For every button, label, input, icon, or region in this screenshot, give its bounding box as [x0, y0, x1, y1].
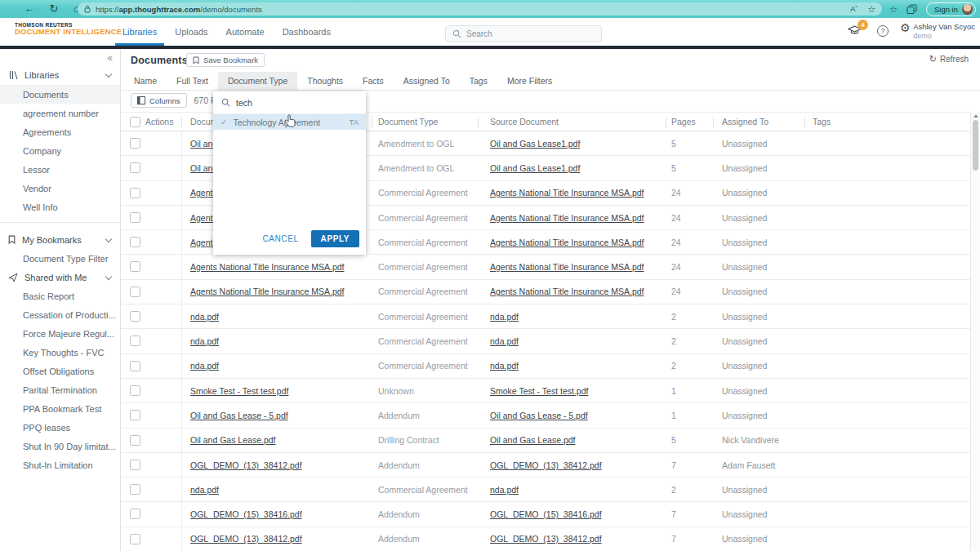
row-checkbox[interactable] — [130, 188, 140, 198]
sidebar-item[interactable]: Document Type Filter — [0, 249, 120, 268]
row-checkbox[interactable] — [130, 287, 140, 297]
filter-tab-full-text[interactable]: Full Text — [167, 72, 218, 90]
sidebar-item[interactable]: Company — [0, 141, 120, 160]
columns-button[interactable]: Columns — [131, 93, 187, 108]
filter-tab-thoughts[interactable]: Thoughts — [297, 72, 353, 90]
scroll-up-icon[interactable] — [973, 114, 978, 118]
document-name-link[interactable]: Agents National Title Insurance MSA.pdf — [190, 287, 345, 296]
row-checkbox[interactable] — [130, 138, 140, 149]
gear-icon[interactable]: ⚙ — [900, 21, 911, 34]
document-name-link[interactable]: Oil and Gas Lease - 5.pdf — [190, 411, 288, 420]
source-document-link[interactable]: nda.pdf — [490, 312, 519, 322]
row-checkbox[interactable] — [130, 335, 140, 346]
sidebar-item[interactable]: Offset Obligations — [0, 362, 120, 380]
document-name-link[interactable]: nda.pdf — [190, 336, 219, 346]
help-icon[interactable]: ? — [877, 25, 889, 37]
row-checkbox[interactable] — [130, 509, 140, 519]
select-all-checkbox[interactable] — [130, 117, 140, 127]
source-document-link[interactable]: Smoke Test - Test test.pdf — [490, 386, 588, 396]
col-header-assigned[interactable]: Assigned To — [722, 117, 768, 127]
sidebar-item[interactable]: PPQ leases — [0, 418, 120, 437]
table-scrollbar[interactable] — [970, 112, 980, 551]
document-name-link[interactable]: nda.pdf — [190, 361, 219, 371]
favorites-bar-icon[interactable]: ☆ — [889, 4, 898, 15]
col-header-type[interactable]: Document Type — [378, 117, 438, 127]
source-document-link[interactable]: Agents National Title Insurance MSA.pdf — [490, 188, 644, 198]
document-name-link[interactable]: OGL_DEMO_(13)_38412.pdf — [190, 534, 302, 544]
browser-back-icon[interactable]: ← — [23, 0, 36, 18]
sidebar-item[interactable]: Well Info — [0, 198, 120, 216]
sidebar-item[interactable]: Cessation of Producti... — [0, 305, 120, 324]
address-bar[interactable]: https://app.thoughttrace.com/demo/docume… — [78, 2, 882, 16]
source-document-link[interactable]: OGL_DEMO_(13)_38412.pdf — [490, 534, 602, 544]
source-document-link[interactable]: nda.pdf — [490, 361, 519, 371]
row-checkbox[interactable] — [130, 385, 140, 396]
row-checkbox[interactable] — [130, 212, 140, 223]
col-header-pages[interactable]: Pages — [671, 117, 696, 127]
sidebar-item[interactable]: agreement number — [0, 104, 120, 122]
collections-icon[interactable] — [906, 4, 917, 15]
document-name-link[interactable]: nda.pdf — [190, 312, 219, 322]
row-checkbox[interactable] — [130, 435, 140, 446]
col-header-actions[interactable]: Actions — [145, 117, 173, 127]
sidebar-item[interactable]: Vendor — [0, 179, 120, 198]
sidebar-item[interactable]: Basic Report — [0, 287, 120, 305]
filter-search-input[interactable]: tech — [213, 91, 366, 114]
row-checkbox[interactable] — [130, 162, 140, 173]
row-checkbox[interactable] — [130, 311, 140, 322]
source-document-link[interactable]: Oil and Gas Lease - 5.pdf — [490, 411, 588, 420]
row-checkbox[interactable] — [130, 460, 140, 470]
row-checkbox[interactable] — [130, 261, 140, 272]
source-document-link[interactable]: OGL_DEMO_(13)_38412.pdf — [490, 460, 602, 470]
filter-tab-facts[interactable]: Facts — [353, 72, 394, 90]
sign-in-button[interactable]: Sign in — [926, 2, 976, 16]
sidebar-section-shared-with-me[interactable]: Shared with Me — [0, 268, 121, 287]
read-aloud-icon[interactable]: A^ — [850, 5, 858, 13]
scrollbar-thumb[interactable] — [973, 120, 978, 171]
source-document-link[interactable]: Oil and Gas Lease.pdf — [490, 435, 575, 445]
nav-item-dashboards[interactable]: Dashboards — [283, 18, 331, 46]
document-name-link[interactable]: nda.pdf — [190, 485, 219, 495]
source-document-link[interactable]: nda.pdf — [490, 336, 519, 346]
sidebar-item[interactable]: Shut In 90 Day limitat... — [0, 437, 120, 455]
user-menu[interactable]: Ashley Van Scyoc demo — [913, 22, 975, 41]
save-bookmark-button[interactable]: Save Bookmark — [186, 53, 265, 67]
nav-item-automate[interactable]: Automate — [226, 18, 265, 46]
refresh-button[interactable]: ↻ Refresh — [929, 54, 969, 64]
sidebar-item[interactable]: Shut-In Limitation — [0, 455, 120, 474]
sidebar-item[interactable]: Force Majeure Regul... — [0, 324, 120, 343]
sidebar-collapse-icon[interactable]: « — [107, 52, 113, 64]
source-document-link[interactable]: Oil and Gas Lease1.pdf — [490, 163, 580, 173]
sidebar-item[interactable]: PPA Bookmark Test — [0, 399, 120, 418]
row-checkbox[interactable] — [130, 410, 140, 420]
cancel-button[interactable]: CANCEL — [262, 234, 298, 243]
sidebar-item[interactable]: Lessor — [0, 160, 120, 179]
app-search-input[interactable]: Search — [445, 25, 602, 42]
nav-item-libraries[interactable]: Libraries — [122, 18, 157, 46]
row-checkbox[interactable] — [130, 534, 140, 544]
source-document-link[interactable]: Agents National Title Insurance MSA.pdf — [490, 262, 644, 272]
nav-item-uploads[interactable]: Uploads — [175, 18, 207, 46]
sidebar-item[interactable]: Documents — [0, 85, 120, 104]
browser-refresh-icon[interactable]: ↻ — [47, 0, 60, 18]
document-name-link[interactable]: OGL_DEMO_(13)_38412.pdf — [190, 460, 302, 470]
source-document-link[interactable]: Oil and Gas Lease1.pdf — [490, 139, 580, 149]
source-document-link[interactable]: OGL_DEMO_(15)_38416.pdf — [490, 509, 602, 519]
sidebar-item[interactable]: Parital Termination — [0, 380, 120, 399]
document-name-link[interactable]: Agents National Title Insurance MSA.pdf — [190, 262, 345, 272]
apply-button[interactable]: APPLY — [311, 230, 359, 247]
filter-tab-more-filters[interactable]: More Filters — [497, 72, 562, 90]
sidebar-section-my-bookmarks[interactable]: My Bookmarks — [0, 230, 121, 249]
col-header-source[interactable]: Source Document — [490, 117, 559, 127]
row-checkbox[interactable] — [130, 361, 140, 371]
sidebar-item[interactable]: Agreements — [0, 122, 120, 141]
filter-tab-document-type[interactable]: Document Type — [218, 72, 297, 90]
source-document-link[interactable]: Agents National Title Insurance MSA.pdf — [490, 238, 644, 247]
sidebar-item[interactable]: Key Thoughts - FVC — [0, 343, 120, 362]
document-name-link[interactable]: OGL_DEMO_(15)_38416.pdf — [190, 509, 302, 519]
document-name-link[interactable]: Smoke Test - Test test.pdf — [190, 386, 288, 396]
filter-tab-tags[interactable]: Tags — [460, 72, 497, 90]
sidebar-section-libraries[interactable]: Libraries — [0, 65, 121, 84]
col-header-tags[interactable]: Tags — [813, 117, 831, 127]
source-document-link[interactable]: nda.pdf — [490, 485, 519, 495]
